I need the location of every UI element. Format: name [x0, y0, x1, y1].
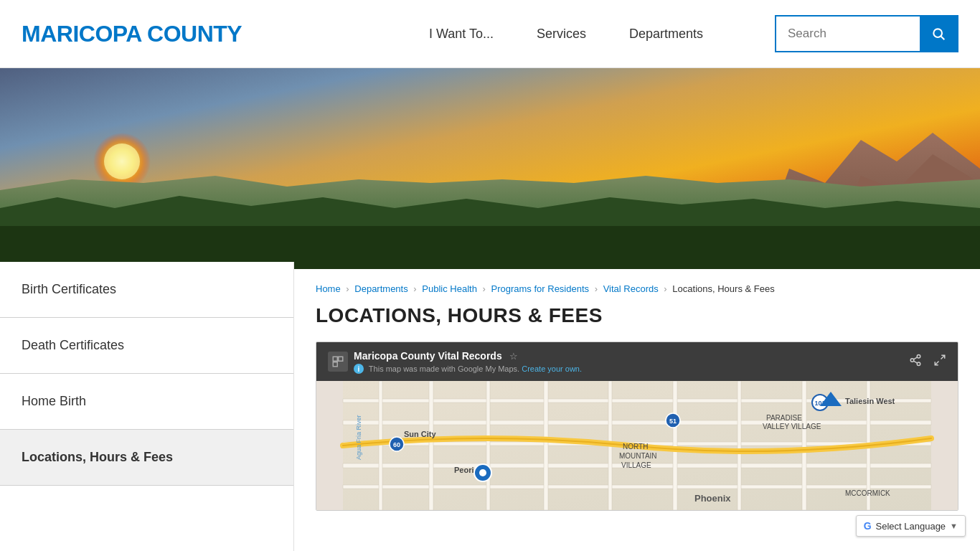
svg-text:MCCORMICK: MCCORMICK [845, 489, 890, 497]
svg-rect-33 [802, 381, 806, 510]
svg-text:PARADISE: PARADISE [766, 414, 802, 422]
map-star-icon: ☆ [509, 351, 518, 362]
svg-text:Taliesin West: Taliesin West [845, 397, 895, 405]
breadcrumb-vital-records[interactable]: Vital Records [603, 283, 659, 294]
hero-image [0, 68, 980, 269]
search-button[interactable] [920, 17, 957, 51]
nav-departments[interactable]: Departments [629, 27, 703, 42]
breadcrumb-sep-2: › [413, 283, 416, 294]
svg-line-18 [941, 355, 945, 359]
svg-text:Agua Fria River: Agua Fria River [355, 415, 362, 460]
map-header: Maricopa County Vital Records ☆ i This m… [316, 342, 958, 381]
breadcrumb-home[interactable]: Home [316, 283, 341, 294]
svg-text:Phoenix: Phoenix [694, 493, 731, 504]
svg-rect-10 [333, 357, 337, 361]
map-title-row: Maricopa County Vital Records ☆ [354, 349, 582, 362]
map-header-right [909, 354, 946, 369]
svg-text:60: 60 [393, 441, 400, 448]
map-create-link[interactable]: Create your own. [522, 364, 582, 373]
map-embed-icon [328, 352, 348, 372]
map-subtitle: i This map was made with Google My Maps.… [354, 364, 582, 374]
breadcrumb-sep-5: › [664, 283, 666, 294]
main-content: Birth Certificates Death Certificates Ho… [0, 269, 980, 551]
svg-point-13 [917, 355, 920, 359]
svg-rect-32 [738, 381, 741, 510]
breadcrumb-current: Locations, Hours & Fees [672, 283, 774, 294]
svg-text:VALLEY VILLAGE: VALLEY VILLAGE [763, 423, 821, 430]
map-header-left: Maricopa County Vital Records ☆ i This m… [328, 349, 582, 374]
google-translate-icon: G [864, 520, 872, 532]
site-header: MARICOPA COUNTY I Want To... Services De… [0, 0, 980, 68]
svg-text:VILLAGE: VILLAGE [621, 461, 651, 469]
svg-point-15 [917, 362, 920, 366]
svg-rect-12 [333, 362, 337, 367]
search-container [775, 15, 958, 52]
language-text: Select Language [876, 521, 946, 532]
hero-landscape-svg [0, 68, 980, 269]
svg-text:NORTH: NORTH [623, 443, 648, 451]
map-expand-button[interactable] [933, 354, 946, 369]
svg-line-1 [941, 37, 945, 40]
language-chevron-icon: ▼ [950, 522, 958, 530]
map-title: Maricopa County Vital Records [354, 350, 502, 362]
svg-point-14 [910, 359, 914, 362]
search-input[interactable] [776, 17, 920, 51]
language-selector[interactable]: G Select Language ▼ [856, 515, 966, 537]
svg-text:MOUNTAIN: MOUNTAIN [619, 452, 657, 460]
page-title: LOCATIONS, HOURS & FEES [316, 304, 958, 327]
search-icon [931, 27, 946, 41]
map-body[interactable]: 60 51 101 Sun City Peoria NORTH MOUNTAIN… [316, 381, 958, 510]
svg-rect-26 [379, 381, 382, 510]
main-nav: I Want To... Services Departments [429, 15, 958, 52]
sidebar-item-locations[interactable]: Locations, Hours & Fees [0, 430, 293, 486]
map-share-button[interactable] [909, 354, 922, 369]
info-icon: i [354, 364, 364, 374]
svg-text:Sun City: Sun City [404, 430, 436, 438]
sidebar-item-birth-certificates[interactable]: Birth Certificates [0, 262, 293, 318]
content-area: Home › Departments › Public Health › Pro… [294, 269, 980, 551]
sidebar-item-home-birth[interactable]: Home Birth [0, 374, 293, 430]
breadcrumb-sep-4: › [595, 283, 598, 294]
svg-line-17 [913, 357, 917, 359]
svg-rect-11 [339, 357, 343, 361]
svg-text:51: 51 [669, 418, 677, 425]
map-svg: 60 51 101 Sun City Peoria NORTH MOUNTAIN… [316, 381, 958, 510]
site-logo[interactable]: MARICOPA COUNTY [22, 21, 242, 47]
svg-line-16 [913, 361, 917, 363]
breadcrumb-programs[interactable]: Programs for Residents [491, 283, 590, 294]
svg-rect-29 [544, 381, 548, 510]
breadcrumb-sep-3: › [483, 283, 486, 294]
map-container: Maricopa County Vital Records ☆ i This m… [316, 342, 958, 511]
nav-services[interactable]: Services [537, 27, 586, 42]
nav-i-want-to[interactable]: I Want To... [429, 27, 494, 42]
sidebar: Birth Certificates Death Certificates Ho… [0, 262, 294, 551]
svg-rect-28 [486, 381, 490, 510]
svg-rect-31 [673, 381, 677, 510]
svg-point-4 [104, 143, 140, 179]
map-subtitle-text: This map was made with Google My Maps. [369, 364, 519, 373]
breadcrumb-public-health[interactable]: Public Health [422, 283, 477, 294]
svg-line-19 [935, 362, 938, 365]
svg-point-0 [933, 29, 942, 37]
svg-rect-27 [429, 381, 433, 510]
breadcrumb-sep-1: › [346, 283, 349, 294]
breadcrumb: Home › Departments › Public Health › Pro… [316, 283, 958, 294]
svg-point-53 [479, 469, 486, 476]
map-title-group: Maricopa County Vital Records ☆ i This m… [354, 349, 582, 374]
sidebar-item-death-certificates[interactable]: Death Certificates [0, 318, 293, 374]
breadcrumb-departments[interactable]: Departments [354, 283, 407, 294]
